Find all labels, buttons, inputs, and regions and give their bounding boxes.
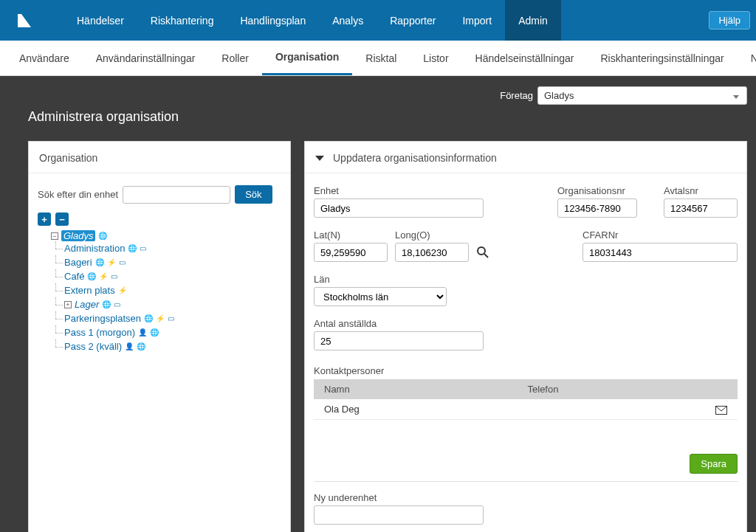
search-label: Sök efter din enhet: [38, 189, 118, 200]
globe-icon: 🌐: [102, 300, 111, 308]
globe-icon: 🌐: [98, 232, 107, 240]
nav-admin[interactable]: Admin: [505, 0, 561, 41]
contacts-col-phone: Telefon: [518, 379, 705, 399]
table-row[interactable]: Ola Deg: [314, 399, 738, 420]
contacts-col-name: Namn: [314, 379, 518, 399]
subunit-label: Ny underenhet: [314, 492, 738, 503]
user-icon: 👤: [138, 328, 147, 336]
long-input[interactable]: [395, 243, 469, 262]
bolt-icon: ⚡: [118, 286, 127, 294]
tree-item[interactable]: Administration: [64, 243, 125, 254]
globe-icon: 🌐: [128, 244, 137, 252]
tree-item[interactable]: Extern plats: [64, 285, 115, 296]
plus-icon: +: [41, 215, 47, 224]
contact-phone: [518, 399, 705, 420]
top-bar: Händelser Riskhantering Handlingsplan An…: [0, 0, 756, 41]
contacts-title: Kontaktpersoner: [314, 365, 738, 376]
subnav-nyheter[interactable]: Nyheter: [738, 41, 756, 75]
globe-icon: 🌐: [87, 272, 96, 280]
tree-root[interactable]: Gladys: [61, 230, 95, 241]
lat-label: Lat(N): [314, 229, 388, 241]
cfar-label: CFARNr: [583, 229, 738, 241]
expand-all-button[interactable]: +: [38, 213, 51, 226]
card-icon: ▭: [168, 314, 174, 322]
tree-item[interactable]: Café: [64, 271, 84, 282]
orgnr-label: Organisationsnr: [557, 185, 637, 196]
lan-label: Län: [314, 274, 447, 285]
avtal-input[interactable]: [664, 198, 738, 218]
save-button[interactable]: Spara: [690, 454, 738, 474]
antal-input[interactable]: [314, 331, 484, 350]
tree-item[interactable]: Pass 2 (kväll): [64, 341, 122, 352]
bolt-icon: ⚡: [156, 314, 165, 322]
minus-icon: −: [59, 215, 65, 224]
subnav-riskhantinst[interactable]: Riskhanteringsinställningar: [587, 41, 737, 75]
top-nav: Händelser Riskhantering Handlingsplan An…: [63, 0, 561, 41]
lan-select[interactable]: Stockholms län: [314, 287, 447, 306]
help-button[interactable]: Hjälp: [709, 11, 750, 30]
search-icon[interactable]: [476, 246, 489, 259]
orgnr-input[interactable]: [557, 198, 637, 218]
card-icon: ▭: [111, 272, 117, 280]
nav-riskhantering[interactable]: Riskhantering: [137, 0, 227, 41]
subnav-anvandarinst[interactable]: Användarinställningar: [83, 41, 209, 75]
globe-icon: 🌐: [95, 258, 104, 266]
nav-analys[interactable]: Analys: [319, 0, 377, 41]
subunit-input[interactable]: [314, 505, 484, 525]
org-tree-heading: Organisation: [29, 142, 290, 173]
contact-name: Ola Deg: [314, 399, 518, 420]
lat-input[interactable]: [314, 243, 388, 262]
contacts-section: Kontaktpersoner Namn Telefon Ola Deg: [314, 365, 738, 420]
long-label: Long(O): [395, 229, 469, 241]
tree-item[interactable]: Parkeringsplatsen: [64, 313, 141, 324]
tree-collapse-icon[interactable]: −: [51, 232, 58, 240]
org-tree-panel: Organisation Sök efter din enhet Sök + −…: [28, 141, 291, 532]
cfar-input[interactable]: [583, 243, 738, 262]
user-icon: 👤: [125, 342, 134, 350]
enhet-input[interactable]: [314, 198, 484, 218]
globe-icon: 🌐: [144, 314, 153, 322]
svg-line-2: [484, 254, 488, 258]
globe-icon: 🌐: [137, 342, 145, 350]
content-area: Företag Gladys Administrera organisation…: [0, 76, 756, 532]
page-title: Administrera organisation: [0, 105, 756, 141]
antal-label: Antal anställda: [314, 318, 484, 329]
globe-icon: 🌐: [150, 328, 159, 336]
org-tree: − Gladys 🌐 Administration 🌐 ▭: [38, 229, 281, 355]
enhet-label: Enhet: [314, 185, 484, 196]
org-form-panel: Uppdatera organisationsinformation Enhet…: [304, 141, 747, 532]
tree-expand-icon[interactable]: +: [64, 301, 72, 308]
subnav-roller[interactable]: Roller: [208, 41, 262, 75]
subnav-organisation[interactable]: Organisation: [262, 41, 352, 75]
subnav-handelseinst[interactable]: Händelseinställningar: [462, 41, 588, 75]
company-select[interactable]: Gladys: [537, 86, 747, 105]
subnav-anvandare[interactable]: Användare: [6, 41, 83, 75]
nav-handlingsplan[interactable]: Handlingsplan: [227, 0, 319, 41]
app-logo-icon: [15, 11, 34, 30]
sub-nav: Användare Användarinställningar Roller O…: [0, 41, 756, 76]
card-icon: ▭: [140, 244, 146, 252]
search-button[interactable]: Sök: [235, 185, 272, 204]
avtal-label: Avtalsnr: [664, 185, 738, 196]
contacts-table: Namn Telefon Ola Deg: [314, 379, 738, 420]
search-input[interactable]: [123, 186, 230, 204]
nav-import[interactable]: Import: [449, 0, 505, 41]
chevron-down-icon: [315, 156, 324, 161]
collapse-all-button[interactable]: −: [55, 213, 69, 226]
org-form-heading: Uppdatera organisationsinformation: [333, 152, 497, 164]
bolt-icon: ⚡: [107, 258, 116, 266]
envelope-icon[interactable]: [715, 406, 727, 415]
tree-item[interactable]: Pass 1 (morgon): [64, 327, 135, 338]
bolt-icon: ⚡: [99, 272, 108, 280]
subnav-risktal[interactable]: Risktal: [352, 41, 410, 75]
nav-handelser[interactable]: Händelser: [63, 0, 137, 41]
svg-point-1: [478, 247, 485, 255]
card-icon: ▭: [119, 258, 126, 266]
tree-item[interactable]: Bageri: [64, 257, 92, 268]
tree-item[interactable]: Lager: [75, 299, 99, 310]
company-row: Företag Gladys: [0, 76, 756, 105]
nav-rapporter[interactable]: Rapporter: [377, 0, 449, 41]
subnav-listor[interactable]: Listor: [410, 41, 461, 75]
card-icon: ▭: [114, 300, 120, 308]
org-form-heading-row[interactable]: Uppdatera organisationsinformation: [305, 142, 746, 173]
